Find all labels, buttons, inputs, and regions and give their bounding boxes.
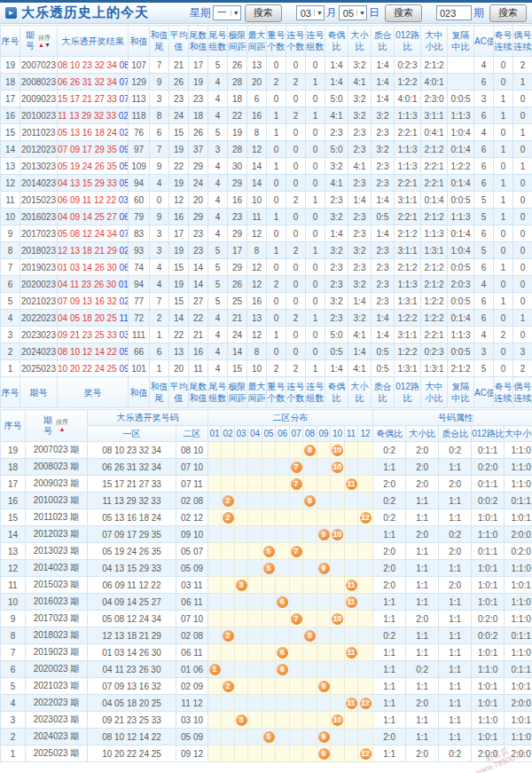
cell-zone-11: 11 (345, 644, 358, 661)
cell-zone-03 (235, 526, 248, 543)
cell-stat: 0 (267, 343, 286, 360)
column-header: 尾数和值 (189, 26, 208, 57)
cell-zone-11 (345, 729, 358, 745)
date-search-button[interactable]: 搜索 (385, 4, 422, 22)
cell-zone-03 (235, 459, 248, 476)
cell-stat: 3 (150, 225, 169, 242)
cell-zone-06 (276, 442, 290, 459)
cell-stat: 5 (208, 124, 228, 141)
cell-stat: 5:0 (325, 91, 348, 107)
cell-prop: 1:0:1 (472, 695, 505, 712)
cell-stat: 6 (247, 91, 267, 107)
cell-zone-05: 5 (262, 729, 276, 745)
cell-back-numbers: 02 09 (176, 678, 208, 695)
cell-stat: 0:1:4 (448, 225, 474, 242)
cell-stat: 2:1:2 (421, 276, 448, 293)
cell-zone-01 (208, 695, 222, 712)
table-row: 42022023 期04 05 18 20 2511 1211121:12:01… (1, 695, 532, 712)
back-number-ball: 6 (277, 664, 288, 675)
page-title: 大乐透历史上的今天 (21, 4, 149, 21)
cell-issue: 2009023 期 (26, 476, 88, 493)
back-number-ball: 7 (291, 546, 302, 557)
column-header[interactable]: 期号排序▲▼ (20, 26, 58, 57)
cell-issue: 2020023 期 (26, 661, 88, 678)
cell-draw-result: 09 21 23 25 33 03 10 (58, 327, 129, 343)
front-zone-numbers: 05 13 16 18 24 (58, 128, 117, 138)
cell-stat: 0:2:3 (395, 57, 421, 74)
sort-asc-icon[interactable]: ▲ (38, 42, 44, 48)
cell-prop: 1:0:1 (505, 577, 532, 594)
cell-zone-07 (290, 644, 303, 661)
cell-stat: 4 (208, 158, 228, 175)
issue-sort-header: 期号排序▲▼ (20, 30, 57, 51)
cell-front-numbers: 12 13 18 21 29 (88, 627, 176, 644)
cell-zone-05 (262, 712, 276, 729)
cell-prop: 0:0:2 (472, 627, 505, 644)
cell-zone-12 (358, 442, 373, 459)
sort-desc-icon[interactable]: ▼ (44, 42, 51, 48)
group-header-row: 序号期号排序▲大乐透开奖号码二区分布号码属性 (1, 410, 532, 426)
column-header: 连号个数 (286, 377, 306, 408)
cell-stat: 111 (129, 327, 150, 343)
day-select[interactable]: 05 ▼ (339, 5, 367, 20)
cell-prop: 1:1 (373, 661, 406, 678)
cell-stat: 1 (306, 192, 325, 209)
column-header: 大小比 (348, 26, 372, 57)
cell-issue: 2013023 (20, 158, 58, 175)
sort-widget[interactable]: 排序▲ (55, 419, 69, 432)
cell-zone-01 (208, 712, 222, 729)
cell-zone-02 (222, 712, 235, 729)
cell-stat: 0 (494, 57, 513, 74)
sort-asc-icon[interactable]: ▲ (59, 426, 66, 432)
issue-search-button[interactable]: 搜索 (489, 4, 527, 22)
cell-stat: 3:2 (372, 141, 395, 158)
date-group: 03 ▼ 月 05 ▼ 日 搜索 (296, 4, 422, 22)
back-number-ball: 2 (223, 630, 234, 642)
issue-input[interactable] (436, 5, 472, 20)
weekday-select[interactable]: 一 ▼ (213, 5, 241, 20)
month-select[interactable]: 03 ▼ (296, 5, 325, 20)
cell-stat: 0 (513, 175, 532, 192)
column-header-prop: 质合比 (439, 426, 472, 442)
cell-stat: 129 (129, 74, 150, 91)
cell-stat: 14 (247, 158, 267, 175)
cell-stat: 1:3:1 (421, 242, 448, 259)
cell-prop: 0:2 (439, 526, 472, 543)
sort-arrows[interactable]: ▲ (59, 426, 66, 432)
cell-issue: 2008023 (20, 74, 58, 91)
cell-stat: 0 (494, 343, 513, 360)
cell-stat: 0 (513, 209, 532, 225)
cell-seq: 16 (1, 107, 20, 124)
cell-issue: 2010023 (20, 107, 58, 124)
cell-stat: 18 (228, 91, 247, 107)
cell-seq: 10 (1, 594, 26, 611)
cell-prop: 1:1:0 (505, 729, 532, 745)
sort-widget[interactable]: 排序▲▼ (37, 35, 51, 48)
cell-stat: 1 (513, 310, 532, 327)
column-header-issue[interactable]: 期号排序▲ (26, 410, 88, 442)
header-line1: 重号 (267, 29, 286, 41)
back-number-ball: 7 (291, 613, 302, 625)
cell-prop: 0:2 (406, 661, 439, 678)
cell-prop: 0:1:1 (472, 476, 505, 493)
column-header: 质合比 (372, 26, 395, 57)
header-line1: 偶号 (513, 381, 532, 392)
cell-zone-06 (276, 493, 290, 509)
cell-zone-12 (358, 543, 373, 560)
group-header-props: 号码属性 (373, 410, 532, 426)
back-zone-numbers: 07 10 (117, 229, 129, 239)
back-number-ball: 11 (346, 698, 357, 709)
cell-stat: 8 (247, 124, 267, 141)
weekday-search-button[interactable]: 搜索 (245, 4, 282, 22)
cell-zone-08: 8 (303, 627, 317, 644)
cell-stat: 3:2 (348, 242, 372, 259)
header-line2: 连续 (513, 41, 532, 52)
cell-issue: 2021023 期 (26, 678, 88, 695)
sort-arrows[interactable]: ▲▼ (38, 42, 51, 48)
cell-zone-10 (331, 509, 345, 526)
column-header-zone-05: 05 (262, 426, 276, 442)
header-line1: 连号 (286, 381, 305, 392)
cell-stat: 94 (129, 175, 150, 192)
column-header: 大中小比 (421, 377, 448, 408)
cell-zone-01 (208, 729, 222, 745)
